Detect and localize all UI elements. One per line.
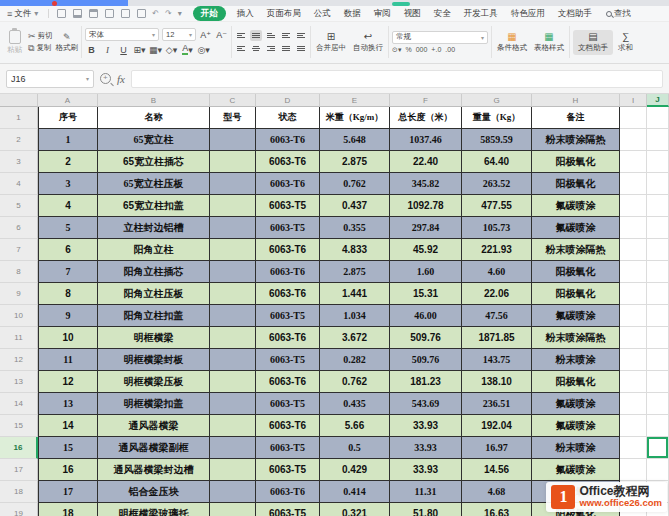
cell[interactable]: 4.68 [462, 481, 532, 503]
cell[interactable]: 氟碳喷涂 [532, 393, 620, 415]
cell[interactable] [210, 327, 256, 349]
cell[interactable] [647, 327, 669, 349]
cell[interactable]: 14.56 [462, 459, 532, 481]
cell[interactable]: 1871.85 [462, 327, 532, 349]
header-cell[interactable]: 状态 [256, 107, 320, 129]
cell[interactable]: 12 [38, 371, 98, 393]
column-header-G[interactable]: G [462, 94, 532, 107]
cell[interactable]: 11.31 [390, 481, 462, 503]
cell[interactable]: 16 [38, 459, 98, 481]
cell[interactable]: 氟碳喷涂 [532, 305, 620, 327]
cell[interactable]: 0.762 [320, 173, 390, 195]
cell[interactable]: 6063-T5 [256, 459, 320, 481]
cell[interactable] [620, 129, 647, 151]
cell[interactable]: 5859.59 [462, 129, 532, 151]
cell[interactable]: 15 [38, 437, 98, 459]
cell[interactable]: 阳角立柱插芯 [98, 261, 210, 283]
cell[interactable]: 0.414 [320, 481, 390, 503]
cell[interactable]: 15.31 [390, 283, 462, 305]
cell[interactable]: 通风器横梁封边槽 [98, 459, 210, 481]
cell[interactable]: 5.66 [320, 415, 390, 437]
ribbon-tab[interactable]: 审阅 [372, 7, 393, 21]
align-top-icon[interactable] [235, 30, 247, 41]
header-cell[interactable]: 备注 [532, 107, 620, 129]
cell[interactable]: 65宽立柱 [98, 129, 210, 151]
cell[interactable]: 6063-T6 [256, 261, 320, 283]
cell[interactable] [620, 283, 647, 305]
cell[interactable]: 509.76 [390, 349, 462, 371]
cell[interactable]: 0.355 [320, 217, 390, 239]
row-header-3[interactable]: 3 [0, 151, 38, 173]
header-cell[interactable]: 名称 [98, 107, 210, 129]
paste-button[interactable]: 粘贴 [4, 30, 25, 55]
cell[interactable]: 33.93 [390, 415, 462, 437]
cell[interactable]: 181.23 [390, 371, 462, 393]
cell[interactable] [210, 283, 256, 305]
cell[interactable]: 6063-T5 [256, 393, 320, 415]
cell[interactable] [210, 195, 256, 217]
thousands-button[interactable]: 000 [416, 46, 428, 53]
ribbon-tab[interactable]: 开始 [193, 6, 226, 21]
cell[interactable] [647, 195, 669, 217]
row-header-5[interactable]: 5 [0, 195, 38, 217]
cell[interactable] [647, 239, 669, 261]
cell[interactable]: 明框横梁扣盖 [98, 393, 210, 415]
row-header-10[interactable]: 10 [0, 305, 38, 327]
print-icon[interactable] [121, 9, 130, 18]
cell[interactable]: 6063-T5 [256, 195, 320, 217]
cell[interactable]: 1 [38, 129, 98, 151]
cell[interactable] [210, 437, 256, 459]
borders-button[interactable]: ⊞▾ [133, 43, 146, 56]
align-center-icon[interactable] [250, 43, 262, 54]
cell[interactable]: 明框横梁压板 [98, 371, 210, 393]
cell[interactable]: 阳极氧化 [532, 283, 620, 305]
row-header-18[interactable]: 18 [0, 481, 38, 503]
currency-button[interactable]: ⊙▾ [392, 46, 401, 54]
cell[interactable]: 阳角立柱扣盖 [98, 305, 210, 327]
cell[interactable]: 14 [38, 415, 98, 437]
column-header-D[interactable]: D [256, 94, 320, 107]
cell[interactable]: 粉末喷涂隔热 [532, 327, 620, 349]
export-icon[interactable] [105, 9, 114, 18]
cell[interactable] [620, 437, 647, 459]
cell[interactable] [210, 371, 256, 393]
increase-font-button[interactable]: A⁺ [199, 28, 212, 41]
cell[interactable] [620, 393, 647, 415]
cell[interactable]: 6063-T6 [256, 481, 320, 503]
cell[interactable]: 0.5 [320, 437, 390, 459]
cell[interactable] [647, 173, 669, 195]
ribbon-tab[interactable]: 数据 [342, 7, 363, 21]
cell[interactable]: 6063-T5 [256, 437, 320, 459]
header-cell[interactable]: 型号 [210, 107, 256, 129]
merge-center-button[interactable]: ⊞ 合并居中 [314, 32, 348, 53]
undo-icon[interactable]: ↶ [152, 9, 159, 18]
cell[interactable]: 0.282 [320, 349, 390, 371]
cell[interactable]: 5 [38, 217, 98, 239]
name-box[interactable]: J16 ▾ [6, 70, 94, 88]
new-file-icon[interactable] [57, 9, 66, 18]
cell[interactable] [210, 503, 256, 516]
decrease-font-button[interactable]: A⁻ [215, 28, 228, 41]
align-right-icon[interactable] [265, 43, 277, 54]
cell[interactable] [620, 371, 647, 393]
cell[interactable]: 通风器横梁 [98, 415, 210, 437]
cell[interactable]: 543.69 [390, 393, 462, 415]
row-header-11[interactable]: 11 [0, 327, 38, 349]
cell[interactable] [210, 261, 256, 283]
row-header-2[interactable]: 2 [0, 129, 38, 151]
row-header-19[interactable]: 19 [0, 503, 38, 516]
shading-button[interactable]: ◇▾ [165, 43, 178, 56]
cell[interactable] [620, 327, 647, 349]
cell[interactable]: 6063-T5 [256, 503, 320, 516]
cell[interactable]: 0.437 [320, 195, 390, 217]
increase-indent-icon[interactable] [295, 30, 307, 41]
format-painter-button[interactable]: ✎ 格式刷 [56, 32, 79, 53]
cell[interactable] [647, 459, 669, 481]
cell[interactable] [620, 261, 647, 283]
align-bottom-icon[interactable] [265, 30, 277, 41]
cell[interactable]: 3.672 [320, 327, 390, 349]
row-header-8[interactable]: 8 [0, 261, 38, 283]
cell[interactable]: 263.52 [462, 173, 532, 195]
column-header-F[interactable]: F [390, 94, 462, 107]
italic-button[interactable]: I [101, 43, 114, 56]
